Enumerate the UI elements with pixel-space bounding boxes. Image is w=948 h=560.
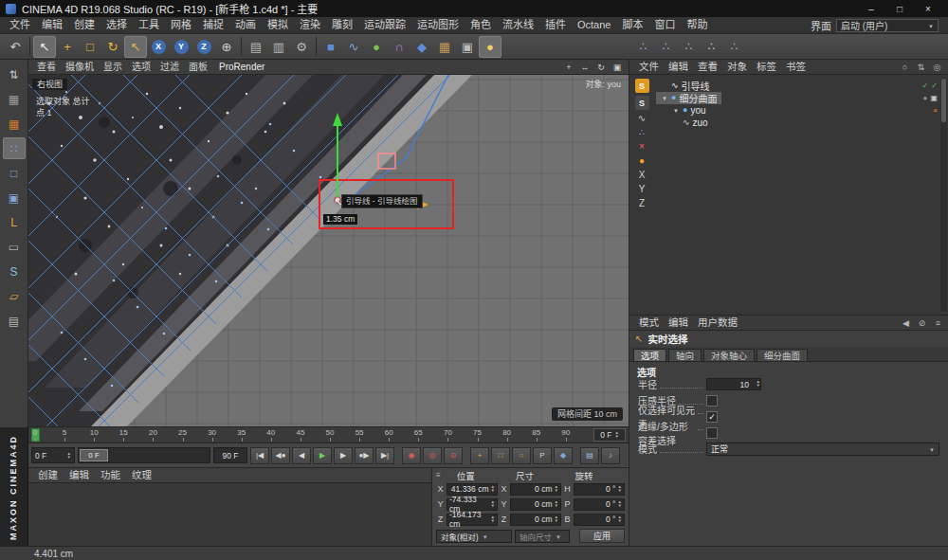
scale-tool-button[interactable]: □: [79, 36, 101, 58]
scrollbar-thumb[interactable]: [941, 79, 946, 122]
texture-mode-button[interactable]: ▦: [3, 113, 26, 135]
menu-item-11[interactable]: 运动跟踪: [358, 17, 411, 33]
size-input[interactable]: 0 cm: [510, 498, 561, 511]
object-row-1[interactable]: ▼●细分曲面●▣: [654, 92, 938, 104]
layout-preset-4-button[interactable]: ∴: [702, 36, 721, 56]
menu-item-16[interactable]: Octane: [572, 17, 616, 33]
palette-spheres-icon[interactable]: ∴: [639, 127, 645, 138]
rotation-input[interactable]: 0 °: [574, 498, 625, 511]
undo-button[interactable]: ↶: [4, 36, 27, 58]
menu-item-14[interactable]: 流水线: [497, 17, 539, 33]
search-button[interactable]: ○: [899, 61, 911, 73]
size-input[interactable]: 0 cm: [510, 483, 561, 496]
attribute-menu-item-0[interactable]: 模式: [634, 315, 664, 331]
spinner-icon[interactable]: [491, 500, 495, 508]
panel-menu-button[interactable]: ≡: [932, 316, 944, 329]
menu-item-17[interactable]: 脚本: [616, 17, 648, 33]
check-editor-icon[interactable]: ✓: [922, 81, 929, 90]
timeline-slider-handle[interactable]: 0 F: [80, 449, 108, 461]
last-used-tool-button[interactable]: ↖: [124, 36, 147, 58]
zoom-view-button[interactable]: ↔: [577, 61, 592, 74]
pan-view-button[interactable]: +: [561, 61, 576, 74]
key-scale-button[interactable]: □: [491, 447, 510, 464]
key-pla-button[interactable]: ◆: [554, 447, 573, 464]
position-input[interactable]: -164.173 cm: [447, 514, 498, 526]
menu-item-13[interactable]: 角色: [465, 17, 497, 33]
add-environment-button[interactable]: ▦: [433, 36, 456, 58]
property-checkbox[interactable]: [706, 427, 718, 439]
timeline-ruler[interactable]: 0 F 051015202530354045505560657075808590: [28, 426, 629, 443]
menu-item-4[interactable]: 工具: [133, 17, 165, 33]
spinner-icon[interactable]: [555, 485, 558, 493]
live-selection-button[interactable]: ↖: [33, 36, 56, 58]
property-number-field[interactable]: 10: [706, 378, 761, 390]
spinner-icon[interactable]: [618, 485, 622, 493]
tab-1[interactable]: 轴向: [668, 349, 702, 361]
expander-icon[interactable]: ▼: [672, 108, 680, 114]
spinner-icon[interactable]: [555, 515, 558, 523]
interface-preset-select[interactable]: 启动 (用户): [836, 19, 939, 32]
prev-key-button[interactable]: ◀●: [271, 447, 290, 464]
coordinate-mode-select[interactable]: 对象(相对): [436, 530, 512, 543]
size-mode-select[interactable]: 轴向尺寸: [515, 530, 570, 543]
target-button[interactable]: ◎: [931, 61, 943, 73]
add-light-button[interactable]: ●: [479, 36, 501, 58]
rotate-tool-button[interactable]: ↻: [101, 36, 124, 58]
record-options-button[interactable]: ⊙: [444, 447, 463, 464]
prev-frame-button[interactable]: ◀: [292, 447, 311, 464]
rotate-view-button[interactable]: ↻: [593, 61, 609, 74]
object-menu-item-2[interactable]: 查看: [693, 59, 722, 75]
object-menu-item-3[interactable]: 对象: [722, 59, 752, 75]
spinner-icon[interactable]: [618, 500, 622, 508]
layout-preset-2-button[interactable]: ∴: [656, 36, 676, 56]
dot-editor-icon[interactable]: ●: [923, 94, 928, 102]
menu-item-0[interactable]: 文件: [4, 17, 36, 33]
menu-item-prorender[interactable]: ProRender: [214, 62, 269, 72]
viewport-menu-item-1[interactable]: 摄像机: [61, 59, 99, 75]
timeline-slider[interactable]: 0 F: [78, 447, 210, 463]
next-key-button[interactable]: ●▶: [355, 447, 374, 464]
menu-item-19[interactable]: 帮助: [681, 17, 713, 33]
viewport-solo-button[interactable]: ▭: [3, 236, 26, 258]
attribute-menu-item-1[interactable]: 编辑: [664, 315, 693, 331]
menu-item-5[interactable]: 网格: [165, 17, 197, 33]
add-volume-button[interactable]: ◆: [410, 36, 433, 58]
add-spline-button[interactable]: ∿: [342, 36, 365, 58]
workplane-button[interactable]: ▱: [3, 285, 26, 307]
close-button[interactable]: ×: [914, 0, 942, 17]
menu-item-10[interactable]: 雕刻: [326, 17, 358, 33]
minimize-button[interactable]: –: [857, 0, 885, 17]
property-select[interactable]: 正常: [706, 443, 939, 456]
lock-x-axis-button[interactable]: X: [147, 36, 170, 58]
make-editable-button[interactable]: ⇅: [3, 63, 26, 85]
property-checkbox[interactable]: [706, 411, 718, 423]
tag-s-dark-icon[interactable]: S: [635, 96, 649, 110]
spinner-icon[interactable]: [555, 500, 558, 508]
layout-preset-1-button[interactable]: ∴: [633, 36, 653, 56]
render-picture-viewer-button[interactable]: ▥: [267, 36, 290, 58]
layout-preset-5-button[interactable]: ∴: [724, 36, 744, 56]
scrollbar[interactable]: [940, 78, 947, 312]
render-view-button[interactable]: ▤: [245, 36, 267, 58]
property-checkbox[interactable]: [706, 395, 718, 406]
material-menu-item-0[interactable]: 创建: [32, 467, 64, 483]
spinner-icon[interactable]: [491, 485, 495, 493]
frame-stepper-spinner-icon[interactable]: [67, 452, 71, 460]
apply-button[interactable]: 应用: [579, 529, 625, 543]
viewport-menu-item-4[interactable]: 过滤: [155, 59, 184, 75]
axis-x-icon[interactable]: X: [639, 170, 646, 181]
tab-2[interactable]: 对象轴心: [703, 349, 755, 361]
menu-item-12[interactable]: 运动图形: [411, 17, 465, 33]
goto-start-button[interactable]: |◀: [250, 447, 269, 464]
add-camera-button[interactable]: ▣: [456, 36, 479, 58]
sds-tag-icon[interactable]: ▣: [930, 94, 938, 102]
menu-item-1[interactable]: 编辑: [36, 17, 68, 33]
tab-0[interactable]: 选项: [633, 349, 666, 361]
property-number-value[interactable]: 10: [706, 378, 761, 390]
edges-mode-button[interactable]: □: [3, 162, 26, 184]
palette-pen-icon[interactable]: ∿: [638, 113, 646, 124]
lock-y-axis-button[interactable]: Y: [170, 36, 192, 58]
add-deformer-button[interactable]: ∩: [388, 36, 410, 58]
menu-item-3[interactable]: 选择: [100, 17, 133, 33]
expander-icon[interactable]: ▼: [661, 96, 668, 101]
